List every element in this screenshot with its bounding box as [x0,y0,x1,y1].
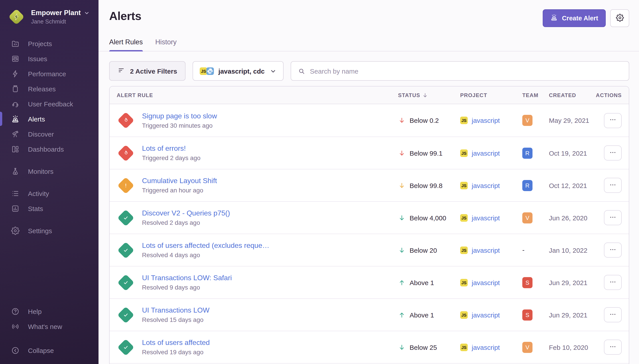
sidebar-item-stats[interactable]: Stats [0,201,99,216]
alert-rule-link[interactable]: UI Transactions LOW [142,306,209,314]
sidebar-item-help[interactable]: Help [0,304,99,319]
sidebar-item-label: Discover [28,130,54,138]
alert-rule-activity: Triggered an hour ago [142,187,217,194]
table-row: UI Transactions LOW Resolved 15 days ago… [110,298,629,331]
trend-down-icon [398,149,406,157]
created-date: Jan 10, 2022 [549,246,602,254]
trend-down-icon [398,344,406,351]
alert-rule-link[interactable]: Lots of users affected [142,339,210,347]
tab-history[interactable]: History [155,38,177,51]
sidebar-item-label: Releases [28,85,56,92]
sidebar-item-label: Alerts [28,115,45,122]
created-date: Jun 29, 2021 [549,311,602,318]
status-threshold: Below 0.2 [410,116,439,124]
alert-rule-link[interactable]: Lots of errors! [142,144,201,152]
org-logo-icon [8,9,25,25]
javascript-platform-icon: JS [460,279,468,286]
search-input[interactable] [310,62,622,80]
create-alert-button[interactable]: Create Alert [543,9,606,27]
team-none: - [522,246,524,254]
main-content: Alerts Create Alert Alert RulesHistory [99,0,639,364]
alert-severity-critical-icon [117,144,134,162]
activity-icon [11,189,20,198]
sidebar-item-issues[interactable]: Issues [0,51,99,66]
performance-icon [11,70,20,78]
gear-icon [616,14,624,23]
whats-new-icon [11,322,20,330]
column-header-created: Created [549,92,602,98]
row-actions-button[interactable] [604,178,622,193]
stats-icon [11,204,20,212]
project-link[interactable]: javascript [472,344,500,351]
javascript-platform-icon: JS [460,246,468,254]
column-header-alert-rule: Alert Rule [117,92,398,98]
column-header-actions: Actions [602,92,622,98]
sidebar: Empower Plant Jane Schmidt ProjectsIssue… [0,0,99,364]
search-field [291,61,629,81]
sidebar-item-what-s-new[interactable]: What's new [0,319,99,334]
project-link[interactable]: javascript [472,246,500,254]
project-link[interactable]: javascript [472,279,500,286]
sidebar-item-activity[interactable]: Activity [0,186,99,201]
alert-rule-link[interactable]: UI Transactions LOW: Safari [142,274,232,282]
active-filters-button[interactable]: 2 Active Filters [109,61,185,81]
alert-rule-activity: Resolved 9 days ago [142,284,232,291]
row-actions-button[interactable] [604,210,622,225]
row-actions-button[interactable] [604,242,622,258]
row-actions-button[interactable] [604,307,622,322]
project-link[interactable]: javascript [472,311,500,318]
sidebar-item-label: Projects [28,40,52,47]
created-date: Oct 19, 2021 [549,149,602,157]
row-actions-button[interactable] [604,146,622,160]
sidebar-item-user-feedback[interactable]: User Feedback [0,96,99,111]
sidebar-item-collapse[interactable]: Collapse [0,343,99,358]
sidebar-item-alerts[interactable]: Alerts [0,111,99,126]
ellipsis-icon [609,246,616,254]
page-title: Alerts [109,9,141,23]
sidebar-item-label: Collapse [28,346,54,354]
sidebar-item-settings[interactable]: Settings [0,223,99,238]
tab-alert-rules[interactable]: Alert Rules [109,38,143,51]
sidebar-item-projects[interactable]: Projects [0,36,99,51]
sidebar-item-dashboards[interactable]: Dashboards [0,142,99,156]
javascript-platform-icon: JS [460,149,468,157]
team-avatar: S [522,309,532,320]
alert-rule-link[interactable]: Signup page is too slow [142,112,217,120]
alert-rule-link[interactable]: Cumulative Layout Shift [142,177,217,185]
project-link[interactable]: javascript [472,182,500,189]
org-switcher[interactable]: Empower Plant Jane Schmidt [0,9,99,25]
row-actions-button[interactable] [604,275,622,290]
status-threshold: Below 25 [410,344,437,351]
status-threshold: Below 99.1 [410,149,442,157]
alert-rule-activity: Resolved 15 days ago [142,316,209,323]
org-name: Empower Plant [31,9,81,17]
row-actions-button[interactable] [604,340,622,355]
status-threshold: Below 20 [410,246,437,254]
alerts-settings-button[interactable] [610,9,629,27]
siren-icon [550,14,558,22]
project-link[interactable]: javascript [472,149,500,157]
created-date: Jun 26, 2020 [549,214,602,222]
dashboards-icon [11,145,20,153]
sidebar-item-performance[interactable]: Performance [0,66,99,81]
team-avatar: V [522,212,532,223]
sidebar-item-monitors[interactable]: Monitors [0,164,99,179]
sidebar-item-releases[interactable]: Releases [0,81,99,96]
alert-rule-link[interactable]: Lots of users affected (excludes reque… [142,242,269,250]
trend-up-icon [398,311,406,318]
sidebar-item-label: Dashboards [28,145,64,153]
javascript-platform-icon: JS [460,214,468,222]
sidebar-item-discover[interactable]: Discover [0,126,99,142]
table-row: UI Transactions LOW: Safari Resolved 9 d… [110,266,629,298]
issues-icon [11,54,20,63]
chevron-down-icon [270,68,277,74]
sidebar-item-label: Stats [28,204,43,212]
sidebar-footer: HelpWhat's newCollapse [0,304,99,358]
row-actions-button[interactable] [604,113,622,128]
project-link[interactable]: javascript [472,214,500,222]
project-link[interactable]: javascript [472,116,500,124]
column-header-status[interactable]: Status [398,92,460,98]
project-filter-dropdown[interactable]: JS javascript, cdc [193,61,283,81]
alert-rule-link[interactable]: Discover V2 - Queries p75() [142,209,230,217]
ellipsis-icon [609,278,616,287]
